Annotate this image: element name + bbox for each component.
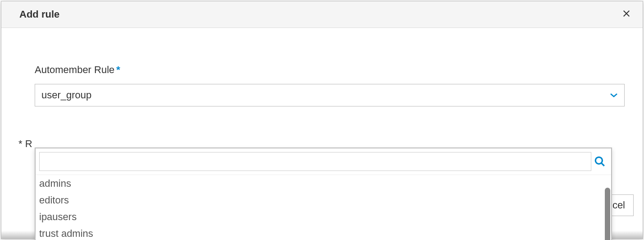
dropdown-option-ipausers[interactable]: ipausers [36, 208, 604, 225]
dropdown-option-admins[interactable]: admins [36, 175, 604, 192]
search-icon[interactable] [594, 156, 606, 167]
dropdown-search-input[interactable] [39, 152, 591, 171]
dropdown-scrollbar[interactable] [605, 188, 610, 240]
close-icon[interactable] [619, 8, 634, 21]
field-label-text: Automember Rule [35, 64, 114, 75]
dialog-title: Add rule [19, 9, 59, 20]
combobox-dropdown: admins editors ipausers trust admins use… [35, 148, 612, 240]
dropdown-options-list: admins editors ipausers trust admins use… [36, 175, 611, 240]
automember-rule-label: Automember Rule* [35, 64, 625, 76]
chevron-down-icon [610, 92, 618, 98]
required-note: * R [18, 138, 32, 150]
dropdown-option-editors[interactable]: editors [36, 192, 604, 208]
add-rule-dialog: Add rule Automember Rule* user_group [1, 1, 643, 239]
dropdown-option-trust-admins[interactable]: trust admins [36, 225, 604, 240]
svg-line-1 [602, 163, 604, 166]
scrollbar-thumb[interactable] [605, 188, 610, 240]
svg-point-0 [595, 157, 602, 164]
automember-rule-combobox[interactable]: user_group [35, 84, 625, 106]
dialog-header: Add rule [1, 1, 643, 28]
combobox-selected-value: user_group [41, 89, 610, 101]
dropdown-search-row [36, 148, 611, 175]
required-star-icon: * [116, 64, 120, 75]
dialog-body: Automember Rule* user_group [1, 28, 643, 115]
